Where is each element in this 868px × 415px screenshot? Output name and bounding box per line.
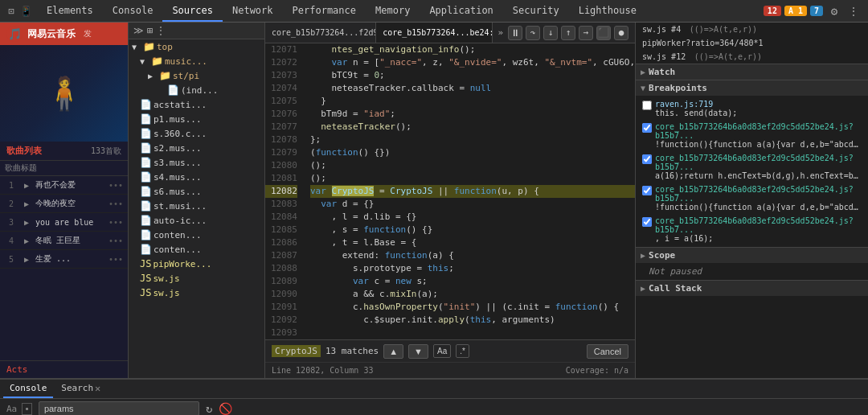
call-stack-item-3[interactable]: sw.js #12 (()=>A(t,e,r)) [636, 50, 868, 64]
deactivate-breakpoints-icon[interactable]: ⬛ [596, 26, 611, 40]
breakpoint-checkbox-5[interactable] [642, 217, 652, 227]
tree-item[interactable]: 📄 s6.mus... [129, 184, 264, 199]
tab-elements[interactable]: Elements [37, 0, 103, 22]
chevron-right-icon[interactable]: ≫ [133, 25, 144, 36]
tree-label: sw.js [153, 273, 179, 284]
tab-sources[interactable]: Sources [162, 0, 223, 22]
tree-item[interactable]: 📄 conten... [129, 228, 264, 242]
song-list-title: 歌曲列表 [6, 145, 42, 157]
call-stack-header[interactable]: ▶ Call Stack [636, 281, 868, 296]
step-icon[interactable]: → [579, 26, 593, 40]
console-tab-console[interactable]: Console [3, 380, 53, 398]
step-out-icon[interactable]: ↑ [561, 26, 575, 40]
tree-item[interactable]: JS sw.js [129, 286, 264, 300]
song-more-icon[interactable]: ••• [108, 255, 123, 264]
regex-button[interactable]: .* [456, 344, 469, 358]
call-stack-item-2[interactable]: pipWorker?ratio=364/480*1 [636, 36, 868, 50]
tree-label: s3.mus... [154, 158, 202, 168]
scope-header[interactable]: ▶ Scope [636, 248, 868, 263]
search-tab-close-icon[interactable]: ✕ [93, 383, 102, 394]
breakpoints-header[interactable]: ▼ Breakpoints [636, 80, 868, 96]
breakpoint-item-2[interactable]: core_b15b773264b6a0d83ef2d9c5dd52be24.js… [636, 120, 868, 151]
tree-item[interactable]: ▶ 📁 st/pi [129, 68, 264, 83]
tree-item[interactable]: JS pipWorke... [129, 257, 264, 271]
tree-item[interactable]: ▼ 📁 music... [129, 54, 264, 68]
song-play-icon[interactable]: ▶ [21, 216, 32, 228]
list-item[interactable]: 3 ▶ you are blue ••• [0, 213, 128, 232]
tree-item[interactable]: JS sw.js [129, 271, 264, 286]
breakpoints-title: Breakpoints [649, 83, 707, 93]
call-stack-item-1[interactable]: sw.js #4 (()=>A(t,e,r)) [636, 23, 868, 36]
case-sensitive-button[interactable]: Aa [433, 344, 451, 358]
pause-icon[interactable]: ⏸ [508, 26, 522, 40]
tab-performance[interactable]: Performance [283, 0, 366, 22]
more-icon[interactable]: ⋮ [845, 3, 862, 19]
song-more-icon[interactable]: ••• [108, 218, 123, 227]
folder-icon: 📁 [151, 55, 163, 67]
tree-item[interactable]: 📄 s4.mus... [129, 170, 264, 184]
tree-label: music... [165, 56, 207, 67]
music-discover-label: 发 [84, 28, 92, 39]
step-into-icon[interactable]: ↓ [543, 26, 558, 40]
mobile-icon[interactable]: 📱 [19, 5, 32, 18]
folder-icon: 📁 [159, 70, 171, 81]
sync-icon[interactable]: ⊞ [147, 25, 153, 36]
tree-item[interactable]: 📄 s2.mus... [129, 141, 264, 155]
tab-lighthouse[interactable]: Lighthouse [569, 0, 646, 22]
prev-match-button[interactable]: ▲ [383, 344, 403, 359]
tree-item[interactable]: 📄 p1.mus... [129, 112, 264, 126]
tree-item[interactable]: 📄 (ind... [129, 83, 264, 97]
breakpoint-checkbox-3[interactable] [642, 154, 652, 164]
inspect-icon[interactable]: ⊡ [5, 5, 18, 18]
tab-overflow-icon[interactable]: » [493, 27, 508, 38]
list-item[interactable]: 1 ▶ 再也不会爱 ••• [0, 176, 128, 195]
breakpoint-item-4[interactable]: core_b15b773264b6a0d83ef2d9c5dd52be24.js… [636, 183, 868, 214]
tab-memory[interactable]: Memory [366, 0, 420, 22]
settings-icon[interactable]: ⚙ [826, 3, 842, 19]
file-icon: 📄 [140, 229, 152, 240]
song-play-icon[interactable]: ▶ [21, 179, 32, 191]
step-over-icon[interactable]: ↷ [526, 26, 540, 40]
song-play-icon[interactable]: ▶ [21, 235, 32, 246]
list-item[interactable]: 2 ▶ 今晚的夜空 ••• [0, 195, 128, 213]
tree-item[interactable]: 📄 conten... [129, 242, 264, 257]
tree-label: s2.mus... [154, 143, 202, 154]
breakpoint-checkbox-2[interactable] [642, 123, 652, 133]
tab-network[interactable]: Network [223, 0, 283, 22]
tree-item[interactable]: 📄 s3.mus... [129, 155, 264, 170]
tree-item[interactable]: 📄 auto-ic... [129, 213, 264, 228]
tab-application[interactable]: Application [420, 0, 502, 22]
devtools-tabbar: ⊡ 📱 Elements Console Sources Network Per… [0, 0, 868, 23]
song-play-icon[interactable]: ▶ [21, 253, 32, 265]
clear-search-icon[interactable]: 🚫 [219, 402, 232, 415]
tree-label: auto-ic... [154, 216, 207, 226]
console-tab-search[interactable]: Search ✕ [55, 380, 108, 398]
next-match-button[interactable]: ▼ [408, 344, 428, 359]
breakpoint-checkbox-1[interactable] [642, 101, 652, 110]
watch-header[interactable]: ▶ Watch [636, 64, 868, 80]
refresh-icon[interactable]: ↻ [206, 402, 212, 415]
list-item[interactable]: 5 ▶ 生爱 ... ••• [0, 250, 128, 269]
tree-item[interactable]: ▼ 📁 top [129, 39, 264, 54]
tree-item[interactable]: 📄 s.360.c... [129, 126, 264, 141]
tab-security[interactable]: Security [503, 0, 569, 22]
tree-item[interactable]: 📄 st.musi... [129, 199, 264, 213]
list-item[interactable]: 4 ▶ 冬眠 王巨星 ••• [0, 232, 128, 250]
breakpoint-item-1[interactable]: raven.js:719 this._send(data); [636, 97, 868, 120]
breakpoint-item-5[interactable]: core_b15b773264b6a0d83ef2d9c5dd52be24.js… [636, 214, 868, 245]
song-play-icon[interactable]: ▶ [21, 198, 32, 209]
watch-arrow-icon: ▶ [641, 68, 645, 76]
cancel-search-button[interactable]: Cancel [587, 344, 628, 359]
tree-item[interactable]: 📄 acstati... [129, 97, 264, 112]
song-more-icon[interactable]: ••• [108, 181, 123, 190]
tab-console[interactable]: Console [103, 0, 163, 22]
record-icon[interactable]: ● [614, 26, 628, 40]
more-options-icon[interactable]: ⋮ [156, 25, 166, 36]
breakpoint-item-3[interactable]: core_b15b773264b6a0d83ef2d9c5dd52be24.js… [636, 151, 868, 183]
song-more-icon[interactable]: ••• [108, 236, 123, 245]
file-tab-2[interactable]: core_b15b773264...be24:formatted ✕ [376, 23, 493, 43]
console-search-input[interactable] [39, 401, 199, 415]
file-tab-1[interactable]: core_b15b773264...f2d9c5dd52be24 [265, 23, 376, 43]
song-more-icon[interactable]: ••• [108, 199, 123, 208]
breakpoint-checkbox-4[interactable] [642, 186, 652, 195]
